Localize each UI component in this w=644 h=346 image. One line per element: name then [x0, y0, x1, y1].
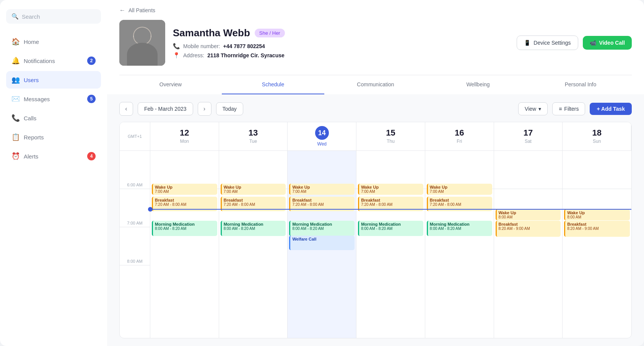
day-header-17: 17 Sat	[494, 122, 563, 150]
tab-overview[interactable]: Overview	[119, 75, 222, 94]
tab-schedule-label: Schedule	[262, 81, 284, 87]
thu-breakfast-title: Breakfast	[361, 198, 421, 202]
calls-icon: 📞	[11, 114, 19, 122]
chevron-down-icon: ▾	[538, 106, 541, 112]
time-label-6am: 6:00 AM	[127, 183, 142, 187]
calendar-section: ‹ Feb - March 2023 › Today View ▾ ≡ Filt…	[107, 94, 644, 346]
device-settings-button[interactable]: 📱 Device Settings	[517, 36, 578, 50]
video-call-button[interactable]: 📹 Video Call	[583, 36, 632, 50]
next-week-button[interactable]: ›	[198, 102, 211, 116]
sat-wakeup-title: Wake Up	[499, 210, 559, 215]
sat-6am-slot	[494, 151, 563, 189]
wed-breakfast-event[interactable]: Breakfast 7:20 AM - 8:00 AM	[289, 197, 355, 211]
search-icon: 🔍	[11, 13, 19, 20]
fri-med-title: Morning Medication	[430, 222, 490, 226]
tab-wellbeing[interactable]: Wellbeing	[427, 75, 529, 94]
sat-wakeup-event[interactable]: Wake Up 8:00 AM	[496, 209, 561, 220]
sidebar-label-calls: Calls	[24, 115, 36, 121]
sidebar-item-reports[interactable]: 📋 Reports	[6, 128, 101, 146]
wed-med-time: 8:00 AM - 8:20 AM	[292, 226, 353, 231]
sidebar-label-alerts: Alerts	[24, 153, 38, 160]
day-header-12: 12 Mon	[150, 122, 219, 150]
day-header-15: 15 Thu	[356, 122, 425, 150]
tab-communication[interactable]: Communication	[324, 75, 427, 94]
day-num-16: 16	[455, 129, 464, 137]
patient-name-row: Samantha Webb She / Her	[173, 27, 509, 39]
today-button[interactable]: Today	[216, 102, 243, 115]
alerts-icon: ⏰	[11, 152, 19, 160]
sun-wakeup-time: 8:00 AM	[567, 215, 628, 219]
day-header-14: 14 Wed	[288, 122, 356, 150]
search-placeholder: Search	[22, 13, 40, 20]
mon-med-event[interactable]: Morning Medication 8:00 AM - 8:20 AM	[152, 221, 217, 236]
day-col-thu: Wake Up 7:00 AM Breakfast 7:20 AM - 8:00…	[356, 151, 425, 338]
fri-breakfast-time: 7:20 AM - 8:00 AM	[430, 202, 490, 207]
time-label-8am: 8:00 AM	[127, 259, 142, 264]
tue-wakeup-time: 7:00 AM	[224, 189, 284, 194]
tabs: Overview Schedule Communication Wellbein…	[119, 75, 632, 94]
day-header-18: 18 Sun	[563, 122, 631, 150]
thu-breakfast-time: 7:20 AM - 8:00 AM	[361, 202, 421, 207]
sun-wakeup-event[interactable]: Wake Up 8:00 AM	[564, 209, 630, 220]
wed-med-event[interactable]: Morning Medication 8:00 AM - 8:20 AM	[289, 221, 355, 236]
day-col-wed: Wake Up 7:00 AM Breakfast 7:20 AM - 8:00…	[288, 151, 356, 338]
svg-point-2	[128, 46, 157, 66]
phone-icon: 📞	[173, 43, 180, 50]
back-link[interactable]: ← All Patients	[119, 7, 632, 14]
sun-breakfast-time: 8:20 AM - 9:00 AM	[567, 226, 628, 231]
tue-med-event[interactable]: Morning Medication 8:00 AM - 8:20 AM	[221, 221, 286, 236]
mon-6am-slot	[150, 151, 219, 189]
day-num-18: 18	[592, 129, 601, 137]
mon-breakfast-event[interactable]: Breakfast 7:20 AM - 8:00 AM	[152, 197, 217, 211]
thu-6am-slot	[356, 151, 425, 189]
wed-breakfast-title: Breakfast	[292, 198, 353, 202]
thu-wakeup-event[interactable]: Wake Up 7:00 AM	[358, 184, 423, 195]
day-num-13: 13	[249, 129, 258, 137]
prev-week-button[interactable]: ‹	[119, 102, 133, 116]
mon-wakeup-time: 7:00 AM	[155, 189, 215, 194]
patient-info: Samantha Webb She / Her 📞 Mobile number:…	[173, 27, 509, 59]
sun-breakfast-event[interactable]: Breakfast 8:20 AM - 9:00 AM	[564, 221, 630, 237]
tue-breakfast-event[interactable]: Breakfast 7:20 AM - 8:00 AM	[221, 197, 286, 211]
filters-button[interactable]: ≡ Filters	[552, 102, 585, 115]
tue-wakeup-event[interactable]: Wake Up 7:00 AM	[221, 184, 286, 195]
sidebar-item-messages[interactable]: ✉️ Messages 5	[6, 90, 101, 108]
svg-point-1	[133, 27, 151, 45]
tab-wellbeing-label: Wellbeing	[466, 81, 490, 87]
wed-med-title: Morning Medication	[292, 222, 353, 226]
mon-wakeup-event[interactable]: Wake Up 7:00 AM	[152, 184, 217, 195]
fri-breakfast-event[interactable]: Breakfast 7:20 AM - 8:00 AM	[427, 197, 492, 211]
day-name-fri: Fri	[457, 139, 462, 144]
tab-schedule[interactable]: Schedule	[222, 75, 324, 94]
fri-wakeup-event[interactable]: Wake Up 7:00 AM	[427, 184, 492, 195]
sidebar-label-users: Users	[24, 77, 39, 83]
view-button[interactable]: View ▾	[518, 102, 548, 115]
thu-med-event[interactable]: Morning Medication 8:00 AM - 8:20 AM	[358, 221, 423, 236]
day-name-sun: Sun	[593, 139, 601, 144]
sidebar-item-calls[interactable]: 📞 Calls	[6, 109, 101, 127]
add-task-button[interactable]: + Add Task	[590, 103, 632, 115]
tue-med-title: Morning Medication	[224, 222, 284, 226]
search-box[interactable]: 🔍 Search	[6, 9, 101, 24]
filter-icon: ≡	[559, 106, 562, 112]
mon-med-time: 8:00 AM - 8:20 AM	[155, 226, 215, 231]
day-header-16: 16 Fri	[425, 122, 494, 150]
sat-breakfast-event[interactable]: Breakfast 8:20 AM - 9:00 AM	[496, 221, 561, 237]
date-range-label: Feb - March 2023	[138, 102, 193, 115]
fri-med-event[interactable]: Morning Medication 8:00 AM - 8:20 AM	[427, 221, 492, 236]
sidebar-item-notifications[interactable]: 🔔 Notifications 2	[6, 52, 101, 70]
sidebar-label-home: Home	[24, 39, 39, 45]
wed-wakeup-event[interactable]: Wake Up 7:00 AM	[289, 184, 355, 195]
sidebar-item-users[interactable]: 👥 Users	[6, 71, 101, 89]
time-slot-7am: 7:00 AM	[120, 189, 150, 227]
day-num-12: 12	[180, 129, 189, 137]
wed-welfare-event[interactable]: Welfare Call	[289, 236, 355, 250]
fri-wakeup-title: Wake Up	[430, 185, 490, 189]
time-slot-6am: 6:00 AM	[120, 151, 150, 189]
thu-breakfast-event[interactable]: Breakfast 7:20 AM - 8:00 AM	[358, 197, 423, 211]
sidebar-item-home[interactable]: 🏠 Home	[6, 33, 101, 50]
sidebar-item-alerts[interactable]: ⏰ Alerts 4	[6, 147, 101, 165]
view-label: View	[525, 106, 536, 112]
thu-wakeup-title: Wake Up	[361, 185, 421, 189]
tab-personal-info[interactable]: Personal Info	[529, 75, 632, 94]
